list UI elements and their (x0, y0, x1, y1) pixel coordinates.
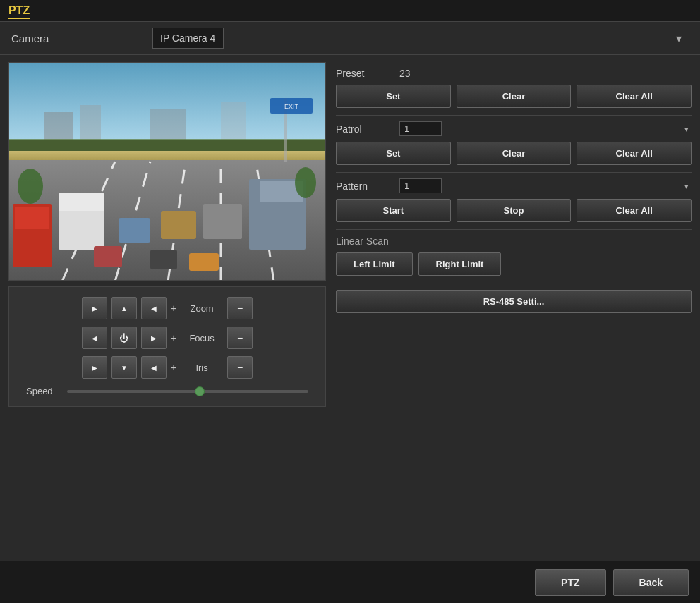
svg-rect-3 (150, 109, 186, 140)
svg-rect-24 (189, 253, 219, 271)
pattern-buttons: Start Stop Clear All (336, 199, 692, 222)
linear-scan-title: Linear Scan (336, 236, 692, 247)
svg-rect-6 (9, 151, 326, 162)
pattern-section: Pattern 1 2 3 4 Start Stop Clear All (336, 173, 692, 230)
preset-clear-btn[interactable]: Clear (457, 85, 572, 108)
svg-rect-19 (203, 204, 242, 239)
pattern-start-btn[interactable]: Start (336, 199, 451, 222)
svg-rect-2 (80, 105, 101, 140)
preset-set-btn[interactable]: Set (336, 85, 451, 108)
camera-select[interactable]: IP Camera 1 IP Camera 2 IP Camera 3 IP C… (152, 28, 224, 49)
preset-section: Preset 23 Set Clear Clear All (336, 62, 692, 116)
patrol-header: Patrol 1 2 3 4 (336, 121, 692, 136)
patrol-clear-btn[interactable]: Clear (457, 142, 572, 165)
bottom-bar: PTZ Back (0, 561, 700, 603)
svg-rect-14 (15, 207, 49, 229)
controls-panel: + Zoom − + Focus − + Iris − (8, 286, 326, 407)
svg-point-26 (295, 167, 316, 198)
svg-rect-4 (221, 102, 246, 140)
back-button[interactable]: Back (613, 569, 689, 596)
pattern-stop-btn[interactable]: Stop (457, 199, 572, 222)
title-bar: PTZ (0, 0, 700, 22)
page-title: PTZ (8, 4, 30, 19)
left-limit-btn[interactable]: Left Limit (336, 252, 413, 276)
focus-plus-sign: + (171, 332, 176, 343)
pattern-title: Pattern (336, 181, 392, 192)
focus-label: Focus (181, 333, 223, 343)
svg-rect-22 (94, 246, 122, 267)
zoom-control-row: + Zoom − (82, 297, 253, 319)
svg-point-25 (18, 169, 43, 204)
left-panel: EXIT + Zoom − + Focus − (8, 62, 326, 540)
ptz-home-btn[interactable] (111, 327, 137, 349)
preset-value: 23 (399, 68, 692, 79)
preset-clear-all-btn[interactable]: Clear All (577, 85, 692, 108)
svg-rect-18 (161, 211, 196, 239)
right-panel: Preset 23 Set Clear Clear All Patrol 1 2… (336, 62, 692, 540)
right-limit-btn[interactable]: Right Limit (418, 252, 502, 276)
rs485-settings-btn[interactable]: RS-485 Setti... (336, 290, 692, 313)
iris-pan-btn[interactable] (82, 356, 107, 379)
svg-rect-23 (150, 250, 177, 269)
zoom-pan-right-btn[interactable] (82, 297, 107, 319)
zoom-plus-sign: + (171, 303, 176, 314)
focus-control-row: + Focus − (82, 327, 253, 349)
focus-right-btn[interactable] (141, 327, 167, 349)
speed-thumb (195, 386, 205, 396)
patrol-dropdown-wrapper: 1 2 3 4 (399, 121, 692, 136)
focus-left-btn[interactable] (82, 327, 107, 349)
iris-tilt-down-btn[interactable] (111, 356, 137, 379)
linear-scan-section: Linear Scan Left Limit Right Limit (336, 230, 692, 283)
iris-control-row: + Iris − (82, 356, 253, 379)
camera-label: Camera (11, 32, 152, 44)
camera-feed: EXIT (9, 63, 326, 281)
speed-row: Speed (19, 386, 315, 396)
pattern-header: Pattern 1 2 3 4 (336, 178, 692, 193)
svg-rect-17 (119, 218, 150, 243)
patrol-buttons: Set Clear Clear All (336, 142, 692, 165)
camera-select-wrapper: IP Camera 1 IP Camera 2 IP Camera 3 IP C… (152, 28, 689, 49)
ptz-button[interactable]: PTZ (535, 569, 605, 596)
patrol-title: Patrol (336, 123, 392, 135)
patrol-section: Patrol 1 2 3 4 Set Clear Clear All (336, 116, 692, 173)
zoom-label: Zoom (181, 303, 223, 314)
camera-row: Camera IP Camera 1 IP Camera 2 IP Camera… (0, 22, 700, 55)
preset-header: Preset 23 (336, 68, 692, 79)
zoom-minus-btn[interactable]: − (227, 297, 253, 319)
patrol-select[interactable]: 1 2 3 4 (399, 121, 442, 136)
iris-minus-btn[interactable]: − (227, 356, 253, 379)
pattern-clear-all-btn[interactable]: Clear All (577, 199, 692, 222)
preset-buttons: Set Clear Clear All (336, 85, 692, 108)
speed-slider[interactable] (67, 390, 308, 393)
patrol-clear-all-btn[interactable]: Clear All (577, 142, 692, 165)
linear-scan-buttons: Left Limit Right Limit (336, 252, 692, 276)
focus-minus-btn[interactable]: − (227, 327, 253, 349)
patrol-set-btn[interactable]: Set (336, 142, 451, 165)
svg-text:EXIT: EXIT (284, 103, 299, 110)
preset-title: Preset (336, 68, 392, 79)
svg-rect-16 (59, 193, 104, 211)
camera-view: EXIT (8, 62, 326, 281)
main-content: EXIT + Zoom − + Focus − (0, 55, 700, 547)
zoom-pan-left-btn[interactable] (141, 297, 167, 319)
svg-rect-1 (44, 112, 73, 140)
iris-label: Iris (181, 363, 223, 373)
speed-label: Speed (26, 386, 61, 396)
zoom-tilt-up-btn[interactable] (111, 297, 137, 319)
iris-plus-sign: + (171, 362, 176, 373)
iris-left-btn[interactable] (141, 356, 167, 379)
pattern-select[interactable]: 1 2 3 4 (399, 178, 442, 193)
pattern-dropdown-wrapper: 1 2 3 4 (399, 178, 692, 193)
